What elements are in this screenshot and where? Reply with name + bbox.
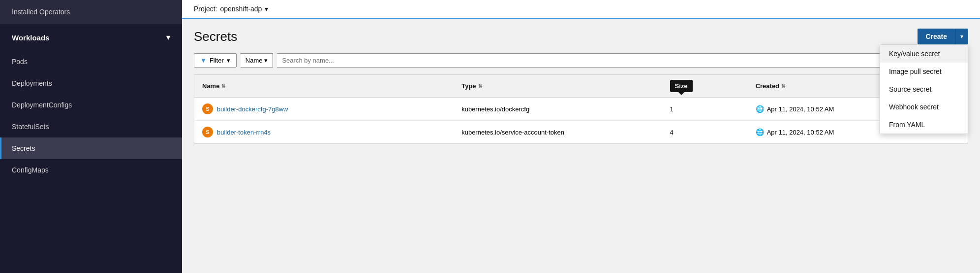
globe-icon: 🌐 <box>756 128 764 136</box>
size-tooltip: Size <box>670 80 693 92</box>
filter-chevron-icon: ▾ <box>227 57 230 64</box>
size-tooltip-container: Size <box>670 80 693 92</box>
sidebar-item-deployments[interactable]: Deployments <box>0 72 182 94</box>
sidebar-item-installed-operators[interactable]: Installed Operators <box>0 0 182 24</box>
create-button[interactable]: Create <box>918 29 955 44</box>
project-selector[interactable]: Project: openshift-adp ▾ <box>194 5 268 13</box>
project-dropdown-icon: ▾ <box>265 5 268 13</box>
col-name: Name ⇅ <box>202 80 458 92</box>
project-name: openshift-adp <box>220 5 262 13</box>
main-content: Project: openshift-adp ▾ Secrets Create … <box>182 0 980 273</box>
sidebar: Installed Operators Workloads ▾ Pods Dep… <box>0 0 182 273</box>
sidebar-item-deploymentconfigs[interactable]: DeploymentConfigs <box>0 94 182 116</box>
sort-name-icon[interactable]: ⇅ <box>221 83 225 89</box>
dropdown-item-source-secret[interactable]: Source secret <box>880 80 968 98</box>
dropdown-item-image-pull-secret[interactable]: Image pull secret <box>880 63 968 80</box>
filter-button[interactable]: ▼ Filter ▾ <box>194 53 237 68</box>
row-name-cell: S builder-dockercfg-7g8ww <box>202 103 458 114</box>
workloads-label: Workloads <box>12 34 49 42</box>
name-select[interactable]: Name ▾ <box>241 53 274 68</box>
secret-badge: S <box>202 127 213 137</box>
name-chevron-icon: ▾ <box>264 57 268 64</box>
created-text: Apr 11, 2024, 10:52 AM <box>767 105 834 113</box>
content-area: Secrets Create ▾ Key/value secret Image … <box>182 19 980 273</box>
table-header: Name ⇅ Type ⇅ Size Created ⇅ <box>194 75 968 98</box>
sidebar-item-statefulsets[interactable]: StatefulSets <box>0 116 182 137</box>
sort-type-icon[interactable]: ⇅ <box>478 83 482 89</box>
create-button-arrow[interactable]: ▾ <box>955 29 968 44</box>
workloads-chevron-icon: ▾ <box>166 33 170 42</box>
secret-name-link[interactable]: builder-dockercfg-7g8ww <box>217 105 288 113</box>
page-title: Secrets <box>194 29 237 44</box>
secret-badge: S <box>202 103 213 114</box>
content-header: Secrets Create ▾ Key/value secret Image … <box>194 29 968 44</box>
secrets-table: Name ⇅ Type ⇅ Size Created ⇅ <box>194 74 968 144</box>
row-name-cell: S builder-token-rrn4s <box>202 127 458 137</box>
header-bar: Project: openshift-adp ▾ <box>182 0 980 19</box>
create-dropdown-menu: Key/value secret Image pull secret Sourc… <box>880 44 968 134</box>
search-input[interactable] <box>277 53 954 68</box>
sidebar-item-secrets[interactable]: Secrets <box>0 137 182 159</box>
sidebar-item-configmaps[interactable]: ConfigMaps <box>0 159 182 181</box>
row-type-cell: kubernetes.io/dockercfg <box>461 105 666 113</box>
filter-label: Filter <box>210 57 224 64</box>
sidebar-item-workloads[interactable]: Workloads ▾ <box>0 24 182 51</box>
create-button-group: Create ▾ Key/value secret Image pull sec… <box>918 29 968 44</box>
dropdown-item-webhook-secret[interactable]: Webhook secret <box>880 98 968 116</box>
table-row: S builder-dockercfg-7g8ww kubernetes.io/… <box>194 98 968 121</box>
dropdown-item-from-yaml[interactable]: From YAML <box>880 116 968 134</box>
row-size-cell: 1 <box>670 105 752 113</box>
col-size: Size <box>670 80 752 92</box>
globe-icon: 🌐 <box>756 105 764 113</box>
col-type: Type ⇅ <box>461 80 666 92</box>
name-label: Name <box>245 57 263 64</box>
filter-icon: ▼ <box>200 57 207 64</box>
toolbar: ▼ Filter ▾ Name ▾ / <box>194 53 968 68</box>
sort-created-icon[interactable]: ⇅ <box>781 83 785 89</box>
row-type-cell: kubernetes.io/service-account-token <box>461 129 666 136</box>
created-text: Apr 11, 2024, 10:52 AM <box>767 129 834 136</box>
sidebar-item-pods[interactable]: Pods <box>0 51 182 72</box>
secret-name-link[interactable]: builder-token-rrn4s <box>217 129 271 136</box>
project-label: Project: <box>194 5 217 13</box>
dropdown-item-key-value-secret[interactable]: Key/value secret <box>880 45 968 63</box>
row-size-cell: 4 <box>670 129 752 136</box>
table-row: S builder-token-rrn4s kubernetes.io/serv… <box>194 121 968 143</box>
